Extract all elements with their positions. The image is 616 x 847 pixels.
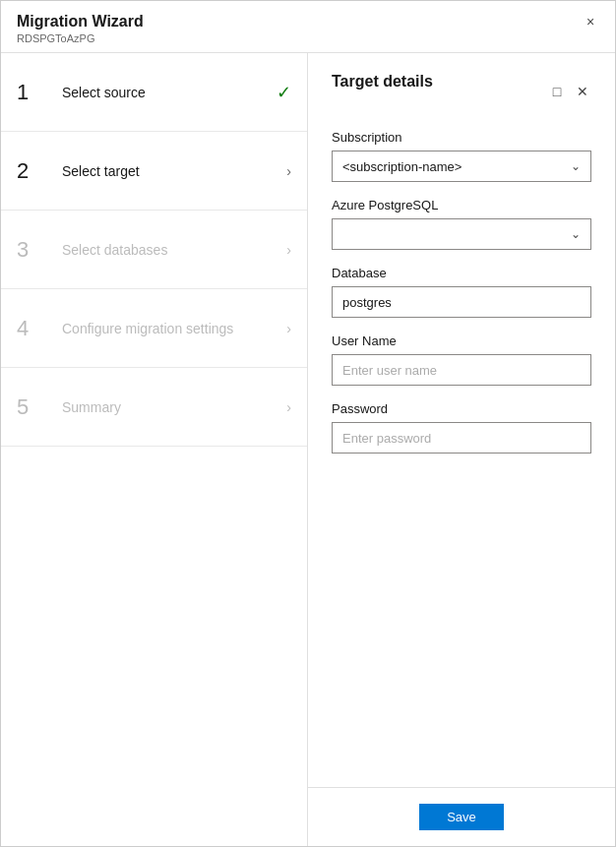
step-5[interactable]: 5 Summary ›: [1, 368, 307, 447]
right-footer: Save: [308, 787, 615, 846]
username-input[interactable]: [332, 354, 591, 386]
password-input[interactable]: [332, 422, 591, 454]
database-label: Database: [332, 266, 591, 280]
step-5-label: Summary: [62, 399, 278, 415]
step-2-number: 2: [17, 158, 44, 184]
step-1-check-icon: ✓: [277, 82, 291, 103]
step-3-number: 3: [17, 237, 44, 263]
step-3-label: Select databases: [62, 242, 278, 258]
subscription-field-group: Subscription <subscription-name> ⌄: [332, 130, 591, 182]
step-1-label: Select source: [62, 85, 269, 100]
password-label: Password: [332, 401, 591, 416]
azure-postgresql-field-group: Azure PostgreSQL ⌄: [332, 198, 591, 250]
step-1[interactable]: 1 Select source ✓: [1, 53, 307, 132]
database-input[interactable]: [332, 286, 591, 318]
close-right-button[interactable]: ✕: [574, 83, 591, 100]
close-button[interactable]: ×: [582, 13, 599, 30]
maximize-button[interactable]: □: [548, 83, 566, 100]
step-2-label: Select target: [62, 163, 278, 179]
step-3[interactable]: 3 Select databases ›: [1, 211, 307, 289]
right-header-row: Target details □ ✕: [332, 73, 591, 110]
right-panel-title: Target details: [332, 73, 433, 91]
save-button[interactable]: Save: [419, 804, 504, 830]
azure-postgresql-label: Azure PostgreSQL: [332, 198, 591, 212]
right-header-controls: □ ✕: [548, 83, 591, 100]
step-1-number: 1: [17, 80, 44, 105]
right-content: Target details □ ✕ Subscription <subscri…: [308, 53, 615, 787]
window-title: Migration Wizard: [17, 13, 582, 30]
azure-postgresql-dropdown-icon: ⌄: [571, 227, 581, 241]
title-bar-left: Migration Wizard RDSPGToAzPG: [17, 13, 582, 44]
step-4-label: Configure migration settings: [62, 321, 278, 336]
step-2-chevron-icon: ›: [286, 163, 291, 179]
step-4-number: 4: [17, 316, 44, 341]
step-4-chevron-icon: ›: [286, 321, 291, 336]
step-5-chevron-icon: ›: [286, 399, 291, 415]
azure-postgresql-select[interactable]: ⌄: [332, 218, 591, 250]
username-field-group: User Name: [332, 333, 591, 386]
password-field-group: Password: [332, 401, 591, 454]
migration-wizard-window: Migration Wizard RDSPGToAzPG × 1 Select …: [0, 0, 616, 847]
subscription-select[interactable]: <subscription-name> ⌄: [332, 151, 591, 182]
title-bar: Migration Wizard RDSPGToAzPG ×: [1, 1, 615, 53]
step-2[interactable]: 2 Select target ›: [1, 132, 307, 211]
subscription-dropdown-icon: ⌄: [571, 159, 581, 173]
step-4[interactable]: 4 Configure migration settings ›: [1, 289, 307, 368]
left-panel: 1 Select source ✓ 2 Select target › 3 Se…: [1, 53, 308, 846]
right-panel: Target details □ ✕ Subscription <subscri…: [308, 53, 615, 846]
window-subtitle: RDSPGToAzPG: [17, 32, 582, 44]
subscription-value: <subscription-name>: [342, 159, 571, 174]
main-layout: 1 Select source ✓ 2 Select target › 3 Se…: [1, 53, 615, 846]
subscription-label: Subscription: [332, 130, 591, 145]
step-3-chevron-icon: ›: [286, 242, 291, 258]
database-field-group: Database: [332, 266, 591, 318]
title-bar-controls: ×: [582, 13, 599, 30]
left-spacer: [1, 447, 307, 846]
username-label: User Name: [332, 333, 591, 348]
step-5-number: 5: [17, 394, 44, 420]
